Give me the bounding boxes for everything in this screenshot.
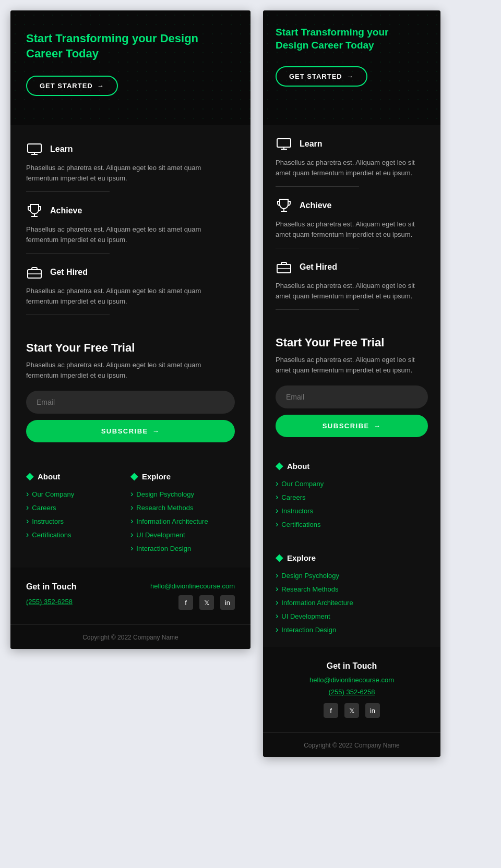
left-explore-link-4[interactable]: UI Development (136, 531, 185, 539)
right-hired-desc: Phasellus ac pharetra est. Aliquam eget … (276, 281, 428, 301)
right-about-links: Our Company Careers Instructors Certific… (276, 479, 428, 529)
left-explore-link-3[interactable]: Information Architecture (136, 517, 208, 525)
right-about-link-4[interactable]: Certifications (281, 521, 320, 528)
left-footer-about: ◆ About Our Company Careers Instructors … (26, 471, 130, 557)
right-get-started-label: GET STARTED (289, 73, 342, 80)
left-feature-achieve: Achieve Phasellus ac pharetra est. Aliqu… (26, 202, 235, 254)
left-achieve-divider (26, 253, 110, 254)
right-facebook-icon[interactable]: f (324, 703, 338, 718)
left-learn-desc: Phasellus ac pharetra est. Aliquam eget … (26, 163, 235, 183)
right-hired-title: Get Hired (300, 262, 337, 272)
left-feature-hired-header: Get Hired (26, 264, 235, 281)
left-about-link-3[interactable]: Instructors (32, 517, 64, 525)
right-about-link-3[interactable]: Instructors (281, 507, 313, 515)
right-explore-link-2[interactable]: Research Methods (281, 585, 338, 593)
right-twitter-icon[interactable]: 𝕏 (344, 703, 359, 718)
right-explore-link-3[interactable]: Information Architecture (281, 599, 353, 607)
right-features: Learn Phasellus ac pharetra est. Aliquam… (263, 125, 440, 326)
left-explore-links: Design Psychology Research Methods Infor… (130, 489, 235, 553)
list-item: Information Architecture (130, 516, 235, 526)
list-item: Certifications (276, 520, 428, 529)
list-item: Interaction Design (276, 625, 428, 634)
left-about-diamond-icon: ◆ (26, 471, 33, 482)
left-git-title: Get in Touch (26, 582, 126, 592)
list-item: Our Company (276, 479, 428, 488)
left-features: Learn Phasellus ac pharetra est. Aliquam… (10, 125, 250, 331)
left-get-started-button[interactable]: GET STARTED → (26, 76, 118, 96)
left-subscribe-arrow: → (152, 427, 160, 435)
left-linkedin-icon[interactable]: in (220, 595, 235, 610)
right-about-link-1[interactable]: Our Company (281, 480, 324, 488)
right-footer-explore-section: ◆ Explore Design Psychology Research Met… (263, 541, 440, 647)
left-git-email[interactable]: hello@divionlinecourse.com (150, 582, 235, 590)
left-git-right: hello@divionlinecourse.com f 𝕏 in (135, 582, 235, 610)
right-trial-desc: Phasellus ac pharetra est. Aliquam eget … (276, 355, 428, 375)
left-explore-link-2[interactable]: Research Methods (136, 504, 193, 512)
left-git-phone[interactable]: (255) 352-6258 (26, 598, 73, 606)
right-hero: Start Transforming your Design Career To… (263, 10, 440, 125)
right-subscribe-button[interactable]: SUBSCRIBE → (276, 415, 428, 437)
hero-bg-pattern (10, 10, 250, 125)
left-learn-title: Learn (50, 144, 73, 154)
left-explore-title: ◆ Explore (130, 471, 235, 482)
right-explore-link-1[interactable]: Design Psychology (281, 572, 339, 580)
left-card: Start Transforming your Design Career To… (10, 10, 250, 649)
left-get-in-touch: Get in Touch (255) 352-6258 hello@divion… (10, 568, 250, 624)
right-feature-hired-header: Get Hired (276, 259, 428, 275)
left-about-links: Our Company Careers Instructors Certific… (26, 489, 130, 539)
right-trophy-icon (276, 197, 292, 214)
left-social-icons: f 𝕏 in (178, 595, 235, 610)
page-wrapper: Start Transforming your Design Career To… (10, 10, 491, 757)
left-twitter-icon[interactable]: 𝕏 (199, 595, 214, 610)
left-copyright-text: Copyright © 2022 Company Name (82, 634, 178, 641)
list-item: Research Methods (130, 503, 235, 512)
left-about-title: ◆ About (26, 471, 130, 482)
left-achieve-desc: Phasellus ac pharetra est. Aliquam eget … (26, 224, 235, 245)
list-item: Careers (276, 492, 428, 502)
right-copyright: Copyright © 2022 Company Name (263, 732, 440, 757)
list-item: Our Company (26, 489, 130, 499)
right-email-input[interactable] (276, 385, 428, 408)
right-about-diamond-icon: ◆ (276, 460, 283, 472)
left-subscribe-label: SUBSCRIBE (101, 427, 148, 435)
right-linkedin-icon[interactable]: in (365, 703, 380, 718)
right-git-phone[interactable]: (255) 352-6258 (276, 688, 428, 696)
left-about-link-1[interactable]: Our Company (32, 490, 74, 498)
right-achieve-title: Achieve (300, 201, 331, 210)
right-explore-link-5[interactable]: Interaction Design (281, 626, 336, 634)
left-footer-links: ◆ About Our Company Careers Instructors … (10, 458, 250, 568)
right-feature-learn: Learn Phasellus ac pharetra est. Aliquam… (276, 136, 428, 187)
right-explore-title: ◆ Explore (276, 552, 428, 563)
right-hired-divider (276, 309, 359, 310)
left-footer-explore: ◆ Explore Design Psychology Research Met… (130, 471, 235, 557)
right-hero-title: Start Transforming your Design Career To… (276, 26, 411, 52)
trophy-icon (26, 202, 43, 219)
right-subscribe-label: SUBSCRIBE (323, 422, 369, 430)
left-hired-desc: Phasellus ac pharetra est. Aliquam eget … (26, 286, 235, 306)
list-item: Research Methods (276, 584, 428, 594)
left-explore-link-1[interactable]: Design Psychology (136, 490, 194, 498)
left-about-link-4[interactable]: Certifications (32, 531, 71, 539)
right-feature-hired: Get Hired Phasellus ac pharetra est. Ali… (276, 259, 428, 310)
left-achieve-title: Achieve (50, 206, 82, 215)
left-subscribe-button[interactable]: SUBSCRIBE → (26, 420, 235, 442)
left-facebook-icon[interactable]: f (178, 595, 193, 610)
right-get-started-button[interactable]: GET STARTED → (276, 66, 367, 87)
right-social-icons: f 𝕏 in (276, 703, 428, 718)
list-item: Interaction Design (130, 544, 235, 553)
left-about-link-2[interactable]: Careers (32, 504, 56, 512)
right-trial: Start Your Free Trial Phasellus ac phare… (263, 326, 440, 450)
right-about-link-2[interactable]: Careers (281, 493, 305, 501)
right-learn-desc: Phasellus ac pharetra est. Aliquam eget … (276, 158, 428, 178)
list-item: UI Development (130, 530, 235, 539)
list-item: Instructors (26, 516, 130, 526)
right-explore-diamond-icon: ◆ (276, 552, 283, 563)
right-subscribe-arrow: → (374, 422, 381, 430)
list-item: Certifications (26, 530, 130, 539)
right-git-email[interactable]: hello@divionlinecourse.com (276, 676, 428, 684)
right-explore-link-4[interactable]: UI Development (281, 612, 330, 620)
right-copyright-text: Copyright © 2022 Company Name (304, 742, 400, 749)
left-feature-hired: Get Hired Phasellus ac pharetra est. Ali… (26, 264, 235, 315)
left-explore-link-5[interactable]: Interaction Design (136, 545, 191, 552)
left-email-input[interactable] (26, 391, 235, 414)
